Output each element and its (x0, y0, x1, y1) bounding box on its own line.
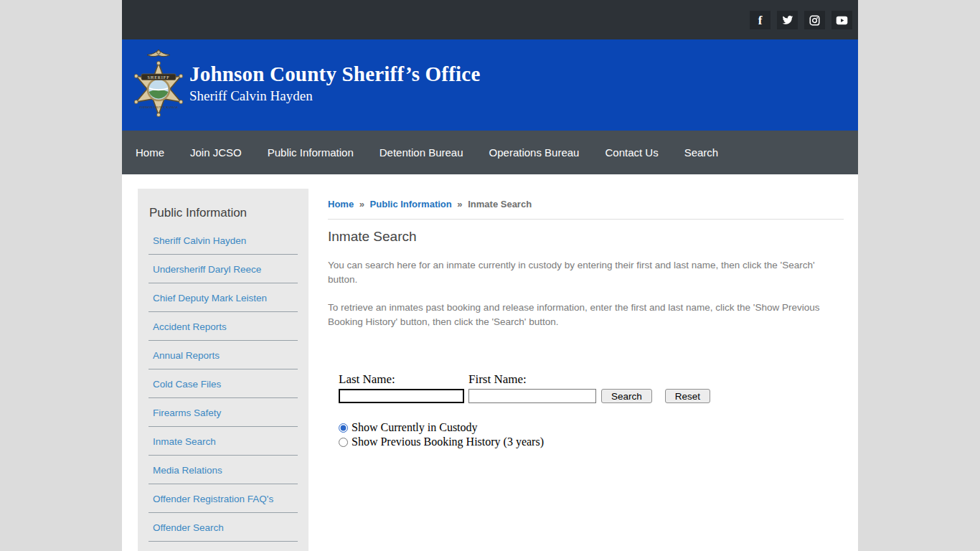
site-title-block: Johnson County Sheriff’s Office Sheriff … (122, 39, 858, 104)
youtube-icon (836, 16, 848, 25)
sheriff-badge-logo: SHERIFF JOHNSON COUNTY, KANSAS (133, 48, 184, 120)
instructions-paragraph: To retrieve an inmates past booking and … (328, 301, 844, 329)
custody-options: Show Currently in Custody Show Previous … (339, 421, 844, 448)
youtube-link[interactable] (831, 11, 852, 29)
nav-item-contact-us[interactable]: Contact Us (592, 131, 671, 174)
sidebar-item-media-relations: Media Relations (149, 456, 298, 484)
sidebar-item-offender-search: Offender Search (149, 513, 298, 542)
main-nav: HomeJoin JCSOPublic InformationDetention… (122, 131, 858, 174)
breadcrumb-separator: » (454, 199, 465, 209)
sidebar-item-sheriff-calvin-hayden: Sheriff Calvin Hayden (149, 226, 298, 255)
breadcrumb-section-link[interactable]: Public Information (370, 199, 452, 209)
search-button[interactable]: Search (601, 389, 652, 403)
nav-item-home[interactable]: Home (123, 131, 177, 174)
sidebar-item-annual-reports: Annual Reports (149, 341, 298, 369)
sidebar-item-chief-deputy-mark-leisten: Chief Deputy Mark Leisten (149, 283, 298, 312)
twitter-link[interactable] (777, 11, 798, 29)
page: f (122, 0, 858, 551)
currently-in-custody-radio[interactable] (339, 423, 348, 433)
first-name-field: First Name: (468, 372, 596, 403)
breadcrumb-home-link[interactable]: Home (328, 199, 354, 209)
main-area: Public Information Sheriff Calvin Hayden… (122, 174, 858, 551)
site-title: Johnson County Sheriff’s Office (189, 62, 858, 86)
radio-currently-in-custody: Show Currently in Custody (339, 421, 844, 434)
nav-item-public-information[interactable]: Public Information (255, 131, 367, 174)
instagram-link[interactable] (804, 11, 825, 29)
inmate-search-form: Last Name: First Name: Search Reset Show… (339, 372, 844, 448)
page-title: Inmate Search (328, 229, 844, 245)
content: Home » Public Information » Inmate Searc… (328, 174, 844, 448)
nav-item-search[interactable]: Search (672, 131, 732, 174)
sidebar: Public Information Sheriff Calvin Hayden… (138, 189, 308, 551)
reset-button[interactable]: Reset (665, 389, 710, 403)
site-header: SHERIFF JOHNSON COUNTY, KANSAS Johnson C… (122, 39, 858, 131)
sidebar-title: Public Information (149, 206, 298, 220)
nav-item-operations-bureau[interactable]: Operations Bureau (476, 131, 593, 174)
instagram-icon (809, 15, 820, 26)
sidebar-item-inmate-search: Inmate Search (149, 427, 298, 456)
breadcrumb-separator: » (357, 199, 367, 209)
first-name-input[interactable] (468, 389, 596, 403)
last-name-input[interactable] (339, 389, 464, 403)
previous-booking-history-radio[interactable] (339, 438, 348, 447)
nav-item-detention-bureau[interactable]: Detention Bureau (367, 131, 476, 174)
sidebar-item-offender-registration-faq-s: Offender Registration FAQ's (149, 484, 298, 513)
site-subtitle: Sheriff Calvin Hayden (189, 88, 858, 104)
sidebar-item-cold-case-files: Cold Case Files (149, 369, 298, 398)
radio-previous-booking-history: Show Previous Booking History (3 years) (339, 435, 844, 448)
breadcrumb: Home » Public Information » Inmate Searc… (328, 189, 844, 220)
first-name-label: First Name: (468, 372, 596, 387)
svg-text:SHERIFF: SHERIFF (147, 75, 169, 80)
sidebar-item-undersheriff-daryl-reece: Undersheriff Daryl Reece (149, 255, 298, 283)
last-name-label: Last Name: (339, 372, 468, 387)
facebook-link[interactable]: f (750, 11, 771, 29)
nav-item-join-jcso[interactable]: Join JCSO (177, 131, 255, 174)
sidebar-item-firearms-safety: Firearms Safety (149, 398, 298, 427)
sidebar-item-sheriff-s-crime-mapping: Sheriff's Crime Mapping (149, 542, 298, 551)
breadcrumb-current: Inmate Search (468, 199, 532, 209)
name-fields-row: Last Name: First Name: Search Reset (339, 372, 844, 403)
topbar: f (122, 0, 858, 39)
sidebar-item-accident-reports: Accident Reports (149, 312, 298, 341)
last-name-field: Last Name: (339, 372, 468, 403)
facebook-icon: f (758, 14, 763, 27)
twitter-icon (782, 15, 793, 25)
intro-paragraph: You can search here for an inmate curren… (328, 258, 844, 287)
